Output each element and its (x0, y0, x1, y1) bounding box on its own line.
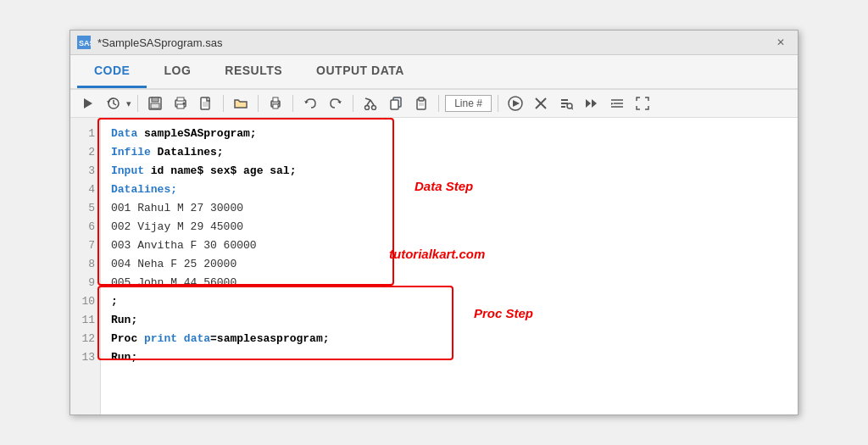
svg-rect-37 (561, 99, 568, 101)
tab-output-data[interactable]: OUTPUT DATA (299, 55, 421, 88)
print-preview-button[interactable] (170, 93, 192, 114)
save-button[interactable] (144, 93, 166, 114)
cancel-run-button[interactable] (530, 93, 552, 114)
tab-code[interactable]: CODE (77, 55, 147, 88)
svg-marker-34 (513, 100, 520, 107)
history-arrow[interactable]: ▾ (126, 98, 131, 109)
svg-rect-17 (273, 97, 278, 102)
svg-point-19 (278, 103, 280, 104)
title-bar: SAS *SampleSASprogram.sas ✕ (70, 31, 798, 55)
indent-button[interactable] (606, 93, 628, 114)
print-button[interactable] (264, 93, 287, 114)
svg-text:SAS: SAS (79, 39, 91, 47)
tab-results[interactable]: RESULTS (208, 55, 299, 88)
code-line-12: Proc print data=samplesasprogram; (111, 330, 787, 348)
open-button[interactable] (230, 93, 252, 114)
new-file-button[interactable] (195, 93, 217, 114)
svg-rect-28 (391, 100, 398, 109)
redo-button[interactable] (325, 93, 347, 114)
sep6 (438, 95, 439, 112)
svg-point-22 (365, 106, 370, 110)
line-numbers: 1 2 3 4 5 6 7 8 9 10 11 12 13 (70, 118, 101, 414)
svg-line-26 (365, 98, 370, 100)
tab-bar: CODE LOG RESULTS OUTPUT DATA (70, 55, 798, 90)
svg-rect-18 (273, 104, 278, 108)
svg-marker-47 (611, 103, 614, 105)
sep4 (292, 95, 293, 112)
submit-button[interactable] (504, 93, 526, 114)
app-icon: SAS (77, 36, 91, 49)
svg-rect-6 (152, 97, 159, 102)
watermark: tutorialkart.com (389, 245, 485, 264)
copy-button[interactable] (385, 93, 407, 114)
sep3 (258, 95, 259, 112)
svg-line-41 (571, 108, 573, 109)
code-line-9: 005 John M 44 56000 (111, 274, 787, 292)
svg-marker-4 (107, 101, 110, 103)
sep1 (137, 95, 138, 112)
toolbar: ▾ (70, 90, 798, 118)
data-step-label: Data Step (415, 177, 473, 196)
svg-rect-39 (561, 106, 565, 108)
code-line-2: Infile Datalines; (111, 143, 787, 162)
undo-button[interactable] (299, 93, 321, 114)
svg-rect-38 (561, 103, 568, 104)
svg-marker-42 (586, 99, 591, 108)
sep2 (223, 95, 224, 112)
tab-log[interactable]: LOG (147, 55, 208, 88)
svg-rect-9 (177, 97, 184, 101)
code-line-6: 002 Vijay M 29 45000 (111, 218, 787, 236)
code-line-13: Run; (111, 348, 787, 367)
svg-marker-2 (84, 98, 92, 108)
fullscreen-button[interactable] (632, 93, 654, 114)
run-region-button[interactable] (581, 93, 603, 114)
code-editor[interactable]: Data sampleSASprogram; Infile Datalines;… (101, 118, 798, 414)
paste-button[interactable] (410, 93, 432, 114)
svg-line-25 (370, 100, 374, 105)
line-number-input[interactable]: Line # (445, 95, 492, 112)
code-line-1: Data sampleSASprogram; (111, 125, 787, 143)
sep7 (498, 95, 498, 112)
code-line-10: ; (111, 292, 787, 311)
main-window: SAS *SampleSASprogram.sas ✕ CODE LOG RES… (70, 30, 798, 415)
svg-line-24 (367, 100, 370, 105)
window-title: *SampleSASprogram.sas (97, 36, 764, 49)
svg-point-11 (183, 103, 186, 105)
run-button[interactable] (77, 93, 99, 114)
proc-step-label: Proc Step (474, 304, 533, 323)
close-button[interactable]: ✕ (771, 34, 791, 51)
cut-button[interactable] (359, 93, 381, 114)
code-line-11: Run; (111, 311, 787, 330)
editor-area: 1 2 3 4 5 6 7 8 9 10 11 12 13 Data sampl… (70, 118, 798, 414)
code-line-5: 001 Rahul M 27 30000 (111, 199, 787, 218)
svg-rect-10 (177, 104, 184, 108)
svg-rect-12 (201, 97, 209, 109)
history-button[interactable] (103, 93, 125, 114)
svg-marker-43 (592, 99, 597, 108)
svg-point-23 (372, 106, 376, 110)
svg-rect-30 (419, 97, 424, 101)
find-button[interactable] (555, 93, 577, 114)
svg-rect-7 (151, 103, 159, 108)
sep5 (353, 95, 353, 112)
